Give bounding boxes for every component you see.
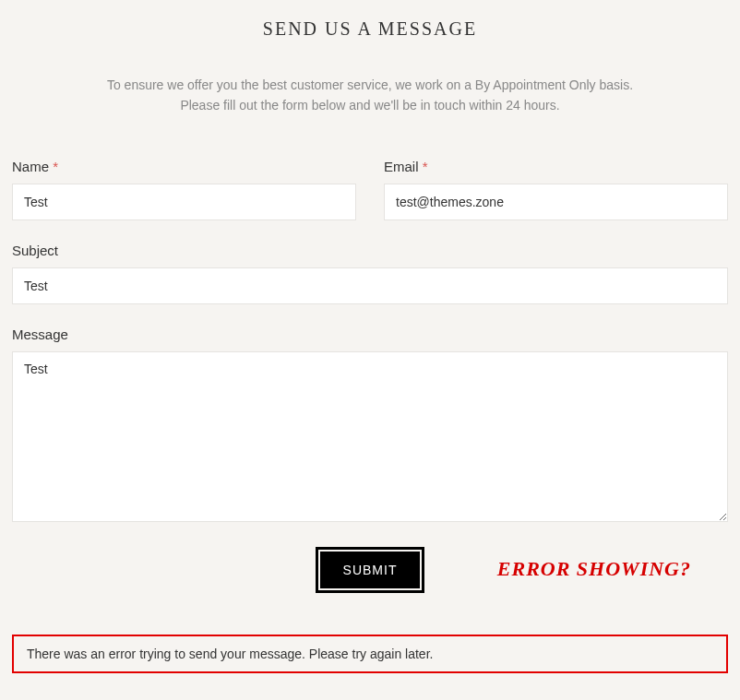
email-required-mark: *: [423, 159, 428, 174]
error-annotation: ERROR SHOWING?: [497, 557, 691, 581]
intro-text: To ensure we offer you the best customer…: [12, 75, 728, 116]
message-label: Message: [12, 326, 728, 342]
subject-label: Subject: [12, 243, 728, 258]
message-label-text: Message: [12, 326, 68, 342]
email-label: Email *: [384, 159, 728, 174]
subject-input[interactable]: [12, 267, 728, 304]
subject-group: Subject: [12, 243, 728, 304]
name-label: Name *: [12, 159, 356, 174]
email-input[interactable]: [384, 184, 728, 220]
intro-line-1: To ensure we offer you the best customer…: [12, 75, 728, 95]
form-row-top: Name * Email *: [12, 159, 728, 220]
name-required-mark: *: [53, 159, 58, 174]
submit-wrap: SUBMIT ERROR SHOWING?: [12, 552, 728, 588]
subject-label-text: Subject: [12, 243, 58, 258]
message-group: Message Test: [12, 326, 728, 526]
submit-button[interactable]: SUBMIT: [320, 552, 421, 588]
name-group: Name *: [12, 159, 356, 220]
name-input[interactable]: [12, 184, 356, 220]
message-textarea[interactable]: Test: [12, 351, 728, 522]
email-group: Email *: [384, 159, 728, 220]
error-message-box: There was an error trying to send your m…: [12, 635, 728, 673]
intro-line-2: Please fill out the form below and we'll…: [12, 95, 728, 115]
name-label-text: Name: [12, 159, 49, 174]
email-label-text: Email: [384, 159, 419, 174]
page-title: SEND US A MESSAGE: [12, 18, 728, 40]
